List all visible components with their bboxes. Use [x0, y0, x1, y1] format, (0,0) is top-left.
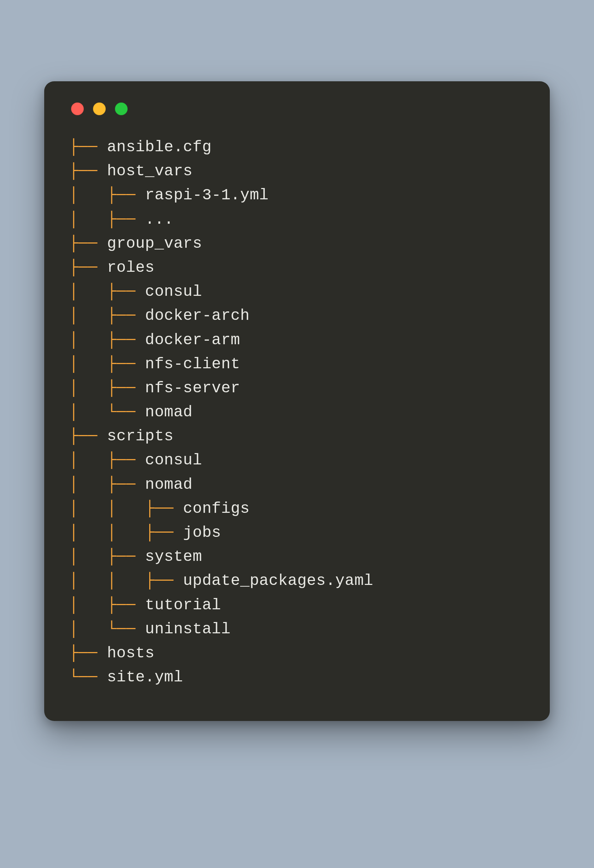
tree-connector: ├── — [69, 162, 107, 180]
tree-line: ├── host_vars — [69, 159, 525, 183]
tree-connector: │ ├── — [69, 476, 145, 493]
directory-tree: ├── ansible.cfg├── host_vars│ ├── raspi-… — [69, 135, 525, 689]
tree-line: │ ├── system — [69, 545, 525, 569]
tree-line: │ └── nomad — [69, 400, 525, 424]
tree-entry-name: consul — [145, 451, 202, 469]
terminal-window: ├── ansible.cfg├── host_vars│ ├── raspi-… — [44, 81, 550, 721]
tree-entry-name: nfs-server — [145, 379, 240, 397]
tree-entry-name: docker-arm — [145, 331, 240, 349]
tree-line: └── site.yml — [69, 665, 525, 689]
tree-entry-name: nfs-client — [145, 355, 240, 373]
tree-entry-name: docker-arch — [145, 307, 250, 325]
tree-connector: └── — [69, 668, 107, 686]
tree-line: │ ├── consul — [69, 279, 525, 304]
tree-entry-name: jobs — [183, 524, 221, 542]
tree-entry-name: nomad — [145, 403, 193, 421]
tree-entry-name: update_packages.yaml — [183, 572, 373, 589]
tree-connector: │ │ ├── — [69, 572, 183, 589]
tree-line: │ └── uninstall — [69, 617, 525, 641]
tree-line: │ ├── raspi-3-1.yml — [69, 183, 525, 207]
tree-line: │ │ ├── configs — [69, 496, 525, 521]
tree-line: ├── hosts — [69, 641, 525, 665]
minimize-icon[interactable] — [93, 102, 106, 115]
tree-entry-name: hosts — [107, 644, 155, 662]
tree-connector: │ ├── — [69, 307, 145, 325]
tree-line: │ │ ├── update_packages.yaml — [69, 569, 525, 593]
tree-connector: │ └── — [69, 620, 145, 638]
tree-connector: ├── — [69, 138, 107, 156]
tree-connector: │ └── — [69, 403, 145, 421]
tree-connector: │ ├── — [69, 211, 145, 228]
tree-entry-name: system — [145, 548, 202, 565]
tree-line: │ ├── consul — [69, 448, 525, 472]
tree-line: │ ├── nfs-server — [69, 376, 525, 400]
tree-entry-name: roles — [107, 259, 155, 276]
tree-line: │ ├── docker-arm — [69, 328, 525, 352]
tree-entry-name: group_vars — [107, 235, 202, 252]
tree-connector: │ ├── — [69, 331, 145, 349]
tree-line: │ │ ├── jobs — [69, 521, 525, 545]
page-background: ├── ansible.cfg├── host_vars│ ├── raspi-… — [0, 0, 594, 868]
tree-connector: │ ├── — [69, 451, 145, 469]
tree-connector: │ │ ├── — [69, 524, 183, 542]
tree-entry-name: uninstall — [145, 620, 231, 638]
tree-entry-name: nomad — [145, 476, 193, 493]
tree-line: ├── ansible.cfg — [69, 135, 525, 159]
tree-line: ├── scripts — [69, 424, 525, 448]
tree-connector: │ ├── — [69, 596, 145, 614]
tree-line: ├── group_vars — [69, 232, 525, 255]
tree-connector: │ ├── — [69, 186, 145, 204]
tree-entry-name: configs — [183, 500, 250, 517]
tree-connector: ├── — [69, 644, 107, 662]
tree-connector: │ │ ├── — [69, 500, 183, 517]
tree-entry-name: raspi-3-1.yml — [145, 186, 269, 204]
tree-line: ├── roles — [69, 255, 525, 279]
tree-line: │ ├── nfs-client — [69, 352, 525, 376]
tree-entry-name: ... — [145, 211, 174, 228]
tree-line: │ ├── nomad — [69, 472, 525, 496]
zoom-icon[interactable] — [115, 102, 128, 115]
tree-entry-name: ansible.cfg — [107, 138, 212, 156]
tree-entry-name: tutorial — [145, 596, 221, 614]
tree-entry-name: scripts — [107, 427, 174, 445]
tree-connector: │ ├── — [69, 283, 145, 300]
tree-entry-name: site.yml — [107, 668, 183, 686]
tree-connector: ├── — [69, 427, 107, 445]
tree-line: │ ├── tutorial — [69, 593, 525, 617]
tree-line: │ ├── docker-arch — [69, 304, 525, 328]
tree-connector: │ ├── — [69, 355, 145, 373]
tree-connector: │ ├── — [69, 379, 145, 397]
window-controls — [69, 102, 525, 115]
tree-connector: ├── — [69, 259, 107, 276]
tree-entry-name: consul — [145, 283, 202, 300]
tree-connector: │ ├── — [69, 548, 145, 565]
tree-connector: ├── — [69, 235, 107, 252]
tree-entry-name: host_vars — [107, 162, 193, 180]
close-icon[interactable] — [71, 102, 84, 115]
tree-line: │ ├── ... — [69, 207, 525, 232]
